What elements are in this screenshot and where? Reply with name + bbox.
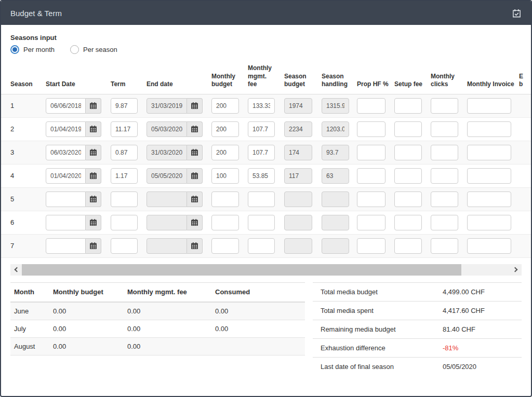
scroll-right-button[interactable] [510,264,522,276]
end-date-calendar-button[interactable] [187,191,203,207]
term-input[interactable] [111,191,138,207]
monthly-invoice-input[interactable] [467,238,511,254]
end-date-calendar-button[interactable] [187,238,203,254]
setup-fee-input[interactable] [394,168,422,184]
setup-fee-input[interactable] [394,215,422,230]
start-date-input[interactable] [46,98,86,114]
end-date-calendar-button[interactable] [187,168,203,184]
summary-value: 4,417.60 CHF [443,307,485,314]
start-date-calendar-button[interactable] [86,168,101,184]
panel-title: Budget & Term [10,9,62,18]
monthly-invoice-input[interactable] [467,191,511,207]
monthly-budget-input[interactable] [211,238,239,254]
setup-fee-input[interactable] [394,145,422,160]
radio-selected-icon[interactable] [10,45,19,54]
monthly-mgmt-fee-input[interactable] [248,145,275,160]
monthly-budget-input[interactable] [211,215,239,230]
start-date-calendar-button[interactable] [86,121,101,137]
months-table: Month Monthly budget Monthly mgmt. fee C… [10,282,305,376]
start-date-calendar-button[interactable] [86,98,101,114]
end-date-calendar-button[interactable] [187,98,203,114]
end-date-calendar-button[interactable] [187,215,203,230]
start-date-input[interactable] [46,168,86,184]
radio-per-month[interactable]: Per month [10,45,55,54]
monthly-mgmt-fee-input[interactable] [248,215,275,230]
start-date-calendar-button[interactable] [86,191,101,207]
start-date-input[interactable] [46,215,86,230]
monthly-invoice-input[interactable] [467,168,511,184]
summary-row: Exhaustion difference -81% [313,338,522,357]
month-mgmt-fee-value: 0.00 [127,343,215,350]
monthly-invoice-input[interactable] [467,121,511,137]
end-date-field [147,121,187,137]
term-input[interactable] [111,238,138,254]
start-date-calendar-button[interactable] [86,215,101,230]
monthly-clicks-input[interactable] [431,191,458,207]
monthly-mgmt-fee-input[interactable] [248,121,275,137]
monthly-clicks-input[interactable] [431,215,458,230]
prop-hf-input[interactable] [357,215,385,230]
monthly-budget-input[interactable] [211,168,239,184]
radio-per-month-label: Per month [23,46,55,53]
end-date-field [147,191,187,207]
setup-fee-input[interactable] [394,121,422,137]
start-date-input[interactable] [46,191,86,207]
summary-label: Total media spent [313,307,443,314]
scrollbar-track[interactable] [22,264,510,276]
end-date-calendar-button[interactable] [187,145,203,160]
end-date-calendar-button[interactable] [187,121,203,137]
start-date-calendar-button[interactable] [86,145,101,160]
start-date-input[interactable] [46,121,86,137]
monthly-mgmt-fee-input[interactable] [248,191,275,207]
prop-hf-input[interactable] [357,98,385,114]
start-date-calendar-button[interactable] [86,238,101,254]
monthly-invoice-input[interactable] [467,145,511,160]
monthly-clicks-input[interactable] [431,98,458,114]
end-date-field [147,215,187,230]
monthly-invoice-input[interactable] [467,98,511,114]
setup-fee-input[interactable] [394,238,422,254]
term-input[interactable] [111,98,138,114]
monthly-budget-input[interactable] [211,121,239,137]
scroll-left-button[interactable] [10,264,22,276]
summary-label: Exhaustion difference [313,344,443,352]
monthly-clicks-input[interactable] [431,121,458,137]
scrollbar-thumb[interactable] [22,264,461,276]
setup-fee-input[interactable] [394,191,422,207]
monthly-budget-input[interactable] [211,145,239,160]
prop-hf-input[interactable] [357,191,385,207]
start-date-input[interactable] [46,145,86,160]
prop-hf-input[interactable] [357,168,385,184]
term-input[interactable] [111,168,138,184]
monthly-clicks-input[interactable] [431,168,458,184]
prop-hf-input[interactable] [357,121,385,137]
monthly-clicks-input[interactable] [431,145,458,160]
panel-body: Seasons input Per month Per season Seaso… [1,25,531,396]
season-row: 4 [1,165,531,188]
prop-hf-input[interactable] [357,145,385,160]
radio-per-season[interactable]: Per season [70,45,117,54]
term-input[interactable] [111,215,138,230]
col-header-setup-fee: Setup fee [394,80,422,89]
start-date-input[interactable] [46,238,86,254]
monthly-mgmt-fee-input[interactable] [248,238,275,254]
setup-fee-input[interactable] [394,98,422,114]
calendar-check-icon[interactable] [512,8,522,18]
monthly-invoice-input[interactable] [467,215,511,230]
term-input[interactable] [111,121,138,137]
calendar-icon [191,126,198,132]
prop-hf-input[interactable] [357,238,385,254]
monthly-mgmt-fee-input[interactable] [248,168,275,184]
radio-unselected-icon[interactable] [70,45,79,54]
col-header-month-mgmt-fee: Monthly mgmt. fee [127,288,215,296]
monthly-mgmt-fee-input[interactable] [248,98,275,114]
monthly-clicks-input[interactable] [431,238,458,254]
season-handling-field [322,238,349,254]
monthly-budget-input[interactable] [211,98,239,114]
horizontal-scrollbar[interactable] [10,264,522,276]
monthly-budget-input[interactable] [211,191,239,207]
month-name: July [10,325,53,333]
col-header-month: Month [10,288,53,296]
term-input[interactable] [111,145,138,160]
summary-row: Total media spent 4,417.60 CHF [313,301,522,320]
